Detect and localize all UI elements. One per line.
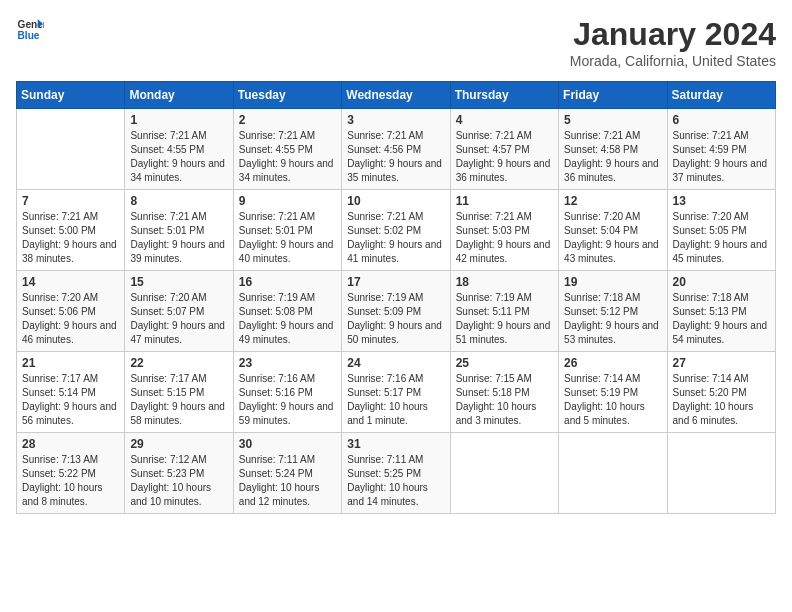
day-info: Sunrise: 7:20 AM Sunset: 5:05 PM Dayligh… [673, 210, 770, 266]
day-number: 1 [130, 113, 227, 127]
day-info: Sunrise: 7:13 AM Sunset: 5:22 PM Dayligh… [22, 453, 119, 509]
day-number: 4 [456, 113, 553, 127]
calendar-cell: 21Sunrise: 7:17 AM Sunset: 5:14 PM Dayli… [17, 352, 125, 433]
day-info: Sunrise: 7:21 AM Sunset: 5:03 PM Dayligh… [456, 210, 553, 266]
day-info: Sunrise: 7:20 AM Sunset: 5:07 PM Dayligh… [130, 291, 227, 347]
calendar-cell: 9Sunrise: 7:21 AM Sunset: 5:01 PM Daylig… [233, 190, 341, 271]
day-number: 31 [347, 437, 444, 451]
day-number: 20 [673, 275, 770, 289]
day-info: Sunrise: 7:16 AM Sunset: 5:17 PM Dayligh… [347, 372, 444, 428]
day-number: 28 [22, 437, 119, 451]
calendar-cell: 19Sunrise: 7:18 AM Sunset: 5:12 PM Dayli… [559, 271, 667, 352]
title-block: January 2024 Morada, California, United … [570, 16, 776, 69]
calendar-cell: 4Sunrise: 7:21 AM Sunset: 4:57 PM Daylig… [450, 109, 558, 190]
calendar-cell: 14Sunrise: 7:20 AM Sunset: 5:06 PM Dayli… [17, 271, 125, 352]
calendar-week-0: 1Sunrise: 7:21 AM Sunset: 4:55 PM Daylig… [17, 109, 776, 190]
calendar-cell: 8Sunrise: 7:21 AM Sunset: 5:01 PM Daylig… [125, 190, 233, 271]
logo-icon: General Blue [16, 16, 44, 44]
day-info: Sunrise: 7:11 AM Sunset: 5:25 PM Dayligh… [347, 453, 444, 509]
day-info: Sunrise: 7:21 AM Sunset: 5:01 PM Dayligh… [239, 210, 336, 266]
day-info: Sunrise: 7:21 AM Sunset: 5:01 PM Dayligh… [130, 210, 227, 266]
calendar-cell: 22Sunrise: 7:17 AM Sunset: 5:15 PM Dayli… [125, 352, 233, 433]
day-info: Sunrise: 7:19 AM Sunset: 5:11 PM Dayligh… [456, 291, 553, 347]
calendar-week-1: 7Sunrise: 7:21 AM Sunset: 5:00 PM Daylig… [17, 190, 776, 271]
calendar-cell: 2Sunrise: 7:21 AM Sunset: 4:55 PM Daylig… [233, 109, 341, 190]
weekday-sunday: Sunday [17, 82, 125, 109]
day-number: 7 [22, 194, 119, 208]
day-number: 30 [239, 437, 336, 451]
calendar-cell [559, 433, 667, 514]
day-info: Sunrise: 7:14 AM Sunset: 5:19 PM Dayligh… [564, 372, 661, 428]
day-info: Sunrise: 7:16 AM Sunset: 5:16 PM Dayligh… [239, 372, 336, 428]
calendar-cell [17, 109, 125, 190]
calendar-cell: 15Sunrise: 7:20 AM Sunset: 5:07 PM Dayli… [125, 271, 233, 352]
calendar-cell: 27Sunrise: 7:14 AM Sunset: 5:20 PM Dayli… [667, 352, 775, 433]
calendar-cell: 28Sunrise: 7:13 AM Sunset: 5:22 PM Dayli… [17, 433, 125, 514]
day-info: Sunrise: 7:20 AM Sunset: 5:06 PM Dayligh… [22, 291, 119, 347]
day-number: 27 [673, 356, 770, 370]
weekday-tuesday: Tuesday [233, 82, 341, 109]
day-number: 24 [347, 356, 444, 370]
day-info: Sunrise: 7:21 AM Sunset: 4:55 PM Dayligh… [130, 129, 227, 185]
calendar-subtitle: Morada, California, United States [570, 53, 776, 69]
calendar-body: 1Sunrise: 7:21 AM Sunset: 4:55 PM Daylig… [17, 109, 776, 514]
calendar-table: Sunday Monday Tuesday Wednesday Thursday… [16, 81, 776, 514]
day-number: 3 [347, 113, 444, 127]
day-number: 22 [130, 356, 227, 370]
day-info: Sunrise: 7:17 AM Sunset: 5:14 PM Dayligh… [22, 372, 119, 428]
calendar-cell: 18Sunrise: 7:19 AM Sunset: 5:11 PM Dayli… [450, 271, 558, 352]
weekday-thursday: Thursday [450, 82, 558, 109]
day-info: Sunrise: 7:21 AM Sunset: 4:55 PM Dayligh… [239, 129, 336, 185]
calendar-week-3: 21Sunrise: 7:17 AM Sunset: 5:14 PM Dayli… [17, 352, 776, 433]
day-info: Sunrise: 7:14 AM Sunset: 5:20 PM Dayligh… [673, 372, 770, 428]
day-number: 12 [564, 194, 661, 208]
day-info: Sunrise: 7:19 AM Sunset: 5:09 PM Dayligh… [347, 291, 444, 347]
weekday-wednesday: Wednesday [342, 82, 450, 109]
calendar-cell [667, 433, 775, 514]
day-number: 26 [564, 356, 661, 370]
day-number: 9 [239, 194, 336, 208]
day-number: 17 [347, 275, 444, 289]
weekday-saturday: Saturday [667, 82, 775, 109]
calendar-cell: 6Sunrise: 7:21 AM Sunset: 4:59 PM Daylig… [667, 109, 775, 190]
day-info: Sunrise: 7:12 AM Sunset: 5:23 PM Dayligh… [130, 453, 227, 509]
calendar-cell: 7Sunrise: 7:21 AM Sunset: 5:00 PM Daylig… [17, 190, 125, 271]
calendar-cell: 31Sunrise: 7:11 AM Sunset: 5:25 PM Dayli… [342, 433, 450, 514]
day-number: 8 [130, 194, 227, 208]
day-number: 18 [456, 275, 553, 289]
day-info: Sunrise: 7:15 AM Sunset: 5:18 PM Dayligh… [456, 372, 553, 428]
day-number: 16 [239, 275, 336, 289]
day-info: Sunrise: 7:19 AM Sunset: 5:08 PM Dayligh… [239, 291, 336, 347]
day-info: Sunrise: 7:21 AM Sunset: 4:58 PM Dayligh… [564, 129, 661, 185]
day-number: 14 [22, 275, 119, 289]
day-number: 6 [673, 113, 770, 127]
logo: General Blue [16, 16, 44, 44]
day-number: 5 [564, 113, 661, 127]
day-number: 11 [456, 194, 553, 208]
calendar-cell: 23Sunrise: 7:16 AM Sunset: 5:16 PM Dayli… [233, 352, 341, 433]
day-number: 25 [456, 356, 553, 370]
day-number: 19 [564, 275, 661, 289]
day-info: Sunrise: 7:21 AM Sunset: 4:56 PM Dayligh… [347, 129, 444, 185]
calendar-cell: 1Sunrise: 7:21 AM Sunset: 4:55 PM Daylig… [125, 109, 233, 190]
calendar-title: January 2024 [570, 16, 776, 53]
day-info: Sunrise: 7:18 AM Sunset: 5:13 PM Dayligh… [673, 291, 770, 347]
page-header: General Blue January 2024 Morada, Califo… [16, 16, 776, 69]
weekday-monday: Monday [125, 82, 233, 109]
calendar-cell: 30Sunrise: 7:11 AM Sunset: 5:24 PM Dayli… [233, 433, 341, 514]
calendar-header: Sunday Monday Tuesday Wednesday Thursday… [17, 82, 776, 109]
calendar-cell: 10Sunrise: 7:21 AM Sunset: 5:02 PM Dayli… [342, 190, 450, 271]
calendar-cell: 29Sunrise: 7:12 AM Sunset: 5:23 PM Dayli… [125, 433, 233, 514]
calendar-week-4: 28Sunrise: 7:13 AM Sunset: 5:22 PM Dayli… [17, 433, 776, 514]
weekday-friday: Friday [559, 82, 667, 109]
calendar-cell: 5Sunrise: 7:21 AM Sunset: 4:58 PM Daylig… [559, 109, 667, 190]
day-number: 29 [130, 437, 227, 451]
calendar-week-2: 14Sunrise: 7:20 AM Sunset: 5:06 PM Dayli… [17, 271, 776, 352]
day-number: 15 [130, 275, 227, 289]
calendar-cell: 25Sunrise: 7:15 AM Sunset: 5:18 PM Dayli… [450, 352, 558, 433]
calendar-cell: 20Sunrise: 7:18 AM Sunset: 5:13 PM Dayli… [667, 271, 775, 352]
calendar-cell: 17Sunrise: 7:19 AM Sunset: 5:09 PM Dayli… [342, 271, 450, 352]
day-info: Sunrise: 7:17 AM Sunset: 5:15 PM Dayligh… [130, 372, 227, 428]
day-info: Sunrise: 7:21 AM Sunset: 5:00 PM Dayligh… [22, 210, 119, 266]
weekday-row: Sunday Monday Tuesday Wednesday Thursday… [17, 82, 776, 109]
